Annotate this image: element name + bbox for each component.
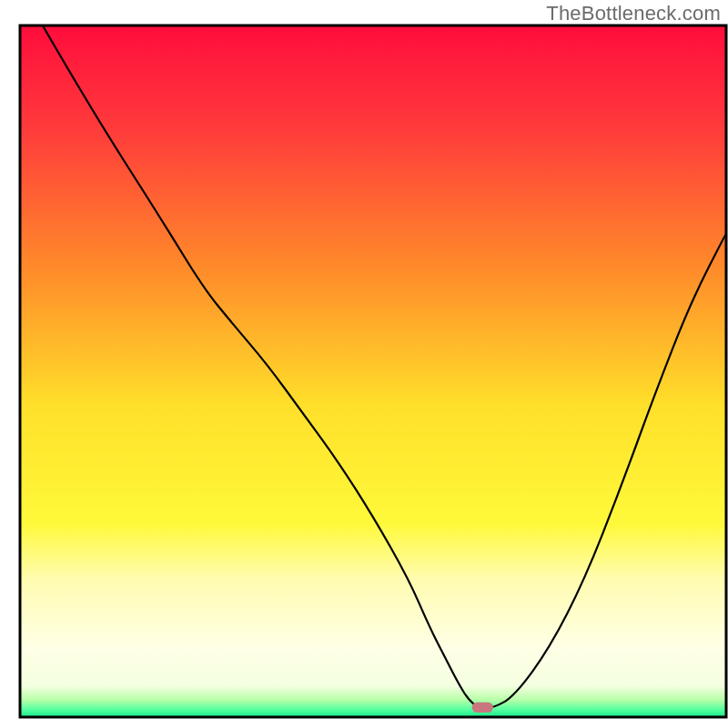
- watermark-label: TheBottleneck.com: [546, 2, 721, 25]
- optimal-marker: [472, 703, 493, 713]
- gradient-background: [20, 25, 726, 717]
- chart-canvas: [0, 0, 728, 728]
- bottleneck-chart: TheBottleneck.com: [0, 0, 728, 728]
